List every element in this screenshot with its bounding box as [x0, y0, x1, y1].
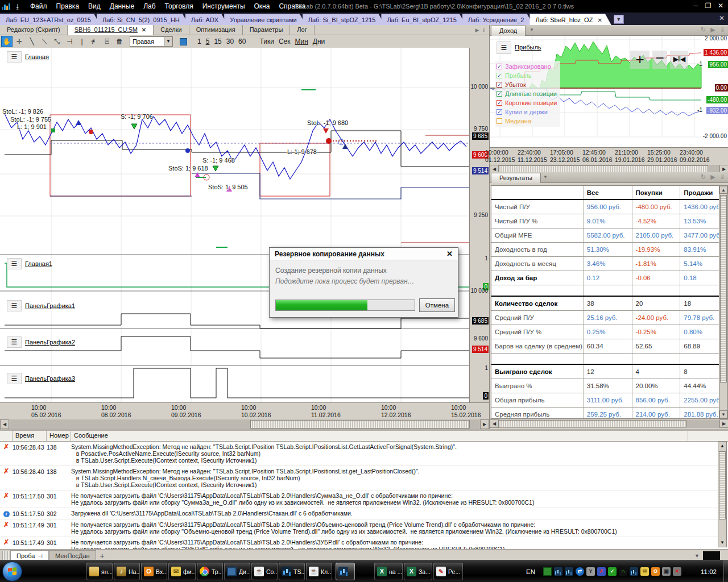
- dock-icon[interactable]: ⇓: [720, 173, 725, 181]
- taskbar-app-Со...[interactable]: ☕Со...: [251, 563, 278, 580]
- taskbar-app-За...[interactable]: XЗа...: [404, 563, 432, 580]
- scroll-thumb[interactable]: [499, 420, 686, 427]
- dialog-close-icon[interactable]: ✕: [446, 250, 458, 258]
- legend-checkbox[interactable]: ✓: [497, 73, 502, 78]
- legend-menu-icon[interactable]: ☰: [497, 41, 511, 54]
- levels-tool-icon[interactable]: ≢: [89, 36, 100, 47]
- cylinder-tool-icon[interactable]: ⌹: [101, 36, 113, 47]
- tab-results[interactable]: Результаты: [491, 173, 541, 183]
- taskbar-app-на ...[interactable]: Xна ...: [374, 563, 403, 580]
- log-col-Время[interactable]: Время: [13, 431, 47, 441]
- scroll-thumb[interactable]: [250, 420, 470, 429]
- legend-item[interactable]: ✓Короткие позиции: [497, 98, 557, 107]
- scroll-down-icon[interactable]: ▼: [719, 410, 727, 418]
- time-axis[interactable]: 10:0005.02.201610:0008.02.201610:0009.02…: [0, 402, 489, 419]
- chart-h-scrollbar[interactable]: ◀ ▶: [0, 419, 489, 429]
- doc-tab[interactable]: Оптимизация: [189, 25, 243, 35]
- timeframe-1[interactable]: 1: [195, 38, 204, 45]
- menu-item-Окна[interactable]: Окна: [250, 0, 275, 13]
- refresh-icon[interactable]: ↻: [701, 173, 706, 181]
- lab-tab[interactable]: Лаб: Eu_BI_stpOZ_1215: [381, 14, 465, 25]
- scroll-down-icon[interactable]: ▼: [718, 539, 726, 547]
- taskbar-app-Ди...[interactable]: Ди...: [224, 563, 250, 580]
- vline-tool-icon[interactable]: |: [76, 36, 88, 47]
- mail-tray-icon[interactable]: ✉: [640, 567, 649, 576]
- taskbar-app-Кл...[interactable]: ☕Кл...: [306, 563, 332, 580]
- candles-view-icon[interactable]: ▶‖◀: [670, 51, 688, 69]
- legend-checkbox[interactable]: [497, 118, 502, 124]
- log-row[interactable]: ✗10:51:17.50301Не получается загрузить ф…: [0, 490, 718, 508]
- mute-tray-icon[interactable]: ✕: [673, 567, 681, 576]
- menu-item-Торговля[interactable]: Торговля: [160, 0, 198, 13]
- legend-item[interactable]: ✓Длинные позиции: [497, 89, 557, 98]
- scroll-thumb[interactable]: [720, 195, 727, 383]
- results-h-scrollbar[interactable]: ◀ ▶: [490, 419, 728, 428]
- taskbar-app-Тр...[interactable]: Тр...: [197, 563, 223, 580]
- menu-item-Инструменты[interactable]: Инструменты: [198, 0, 250, 13]
- log-row[interactable]: ✗10:51:17.49301Не получается загрузить ф…: [0, 537, 718, 549]
- price-axis[interactable]: 10 0009 7509 6859 6009 5149 2501010 0009…: [469, 48, 489, 402]
- doc-tab[interactable]: SBH6_011215_CU:5M✕: [68, 25, 154, 35]
- tab-income[interactable]: Доход: [491, 26, 526, 36]
- taskbar-clock[interactable]: 11:02: [701, 568, 717, 575]
- lab-tab[interactable]: Лаб: Si_BI_stpOZ_1215: [303, 14, 385, 25]
- zoom-in-icon[interactable]: +: [630, 51, 650, 69]
- scroll-right-icon[interactable]: ▶: [719, 419, 728, 428]
- doc-tab[interactable]: Лог: [290, 25, 314, 35]
- log-row[interactable]: ✗10:51:17.49301Не получается загрузить ф…: [0, 519, 718, 537]
- play-icon[interactable]: ▶: [710, 26, 715, 34]
- taskbar-app-ян...[interactable]: ян...: [86, 563, 113, 580]
- headset-tray-icon[interactable]: ∩: [619, 567, 627, 576]
- log-col-Номер[interactable]: Номер: [47, 431, 71, 441]
- scroll-up-icon[interactable]: ▲: [718, 442, 726, 450]
- income-chart[interactable]: ☰ Прибыль ✓Зафиксировано✓Прибыль✓Убыток✓…: [490, 36, 728, 147]
- column-header[interactable]: Покупки: [632, 186, 680, 199]
- restore-button[interactable]: ❐: [702, 0, 714, 11]
- dock-icon[interactable]: ⇓: [720, 26, 725, 34]
- panel-menu-icon[interactable]: ☰: [7, 300, 22, 311]
- log-row[interactable]: ✗10:56:28.43138System.MissingMethodExcep…: [0, 442, 718, 466]
- taskbar-app-chart[interactable]: [336, 563, 355, 580]
- pan-hand-tool-icon[interactable]: ✋: [1, 36, 13, 47]
- menu-item-Файл[interactable]: Файл: [26, 0, 52, 13]
- show-desktop-button[interactable]: [723, 560, 728, 582]
- legend-checkbox[interactable]: ✓: [497, 82, 502, 88]
- panel-title-label[interactable]: Главная1: [25, 260, 52, 267]
- menu-item-Лаб[interactable]: Лаб: [139, 0, 160, 13]
- taskbar-app-Вх...[interactable]: OВх...: [141, 563, 167, 580]
- legend-checkbox[interactable]: ✓: [497, 109, 502, 115]
- income-tab-dropdown-icon[interactable]: ▼: [526, 27, 537, 35]
- tab-close-icon[interactable]: ✕: [142, 27, 146, 33]
- taskbar-app-На...[interactable]: ♪На...: [114, 563, 140, 580]
- cancel-button[interactable]: Отмена: [419, 298, 455, 312]
- menu-item-Данные[interactable]: Данные: [105, 0, 139, 13]
- doc-tab[interactable]: Редактор (Скрипт): [0, 25, 68, 35]
- lab-tab[interactable]: Лаб: ADX: [185, 14, 228, 25]
- language-indicator[interactable]: EN: [526, 568, 535, 575]
- scroll-left-icon[interactable]: ◀: [490, 419, 499, 428]
- scroll-thumb[interactable]: [719, 451, 726, 519]
- price-chart-area[interactable]: ☰Главная☰Главная1☰ПанельГрафика1☰ПанельГ…: [0, 48, 489, 429]
- results-tab-dropdown-icon[interactable]: ▼: [540, 174, 551, 182]
- add-tab-button[interactable]: +: [96, 551, 109, 560]
- delete-drawings-icon[interactable]: 🗑: [114, 36, 125, 47]
- zoom-out-icon[interactable]: −: [652, 51, 667, 69]
- legend-checkbox[interactable]: ✓: [497, 100, 502, 106]
- taskbar-app-фи...[interactable]: ✉фи...: [168, 563, 196, 580]
- bars-tray-icon[interactable]: [630, 567, 638, 576]
- legend-checkbox[interactable]: ✓: [497, 64, 502, 69]
- scroll-right-icon[interactable]: ▶: [480, 419, 489, 429]
- timeframe-5[interactable]: 5: [204, 38, 212, 45]
- panel-title-label[interactable]: ПанельГрафика3: [25, 375, 75, 382]
- network-tray-icon[interactable]: ▣: [662, 567, 671, 576]
- drag-grip[interactable]: [2, 551, 9, 560]
- trendline-tool-icon[interactable]: ╲: [26, 36, 38, 47]
- panel-title-label[interactable]: ПанельГрафика2: [25, 339, 75, 346]
- unit-Тики[interactable]: Тики: [257, 38, 276, 45]
- log-row[interactable]: i10:51:17.50302Загружена dll 'C:\Users\3…: [0, 508, 718, 519]
- teamviewer-tray-icon[interactable]: ⇄: [576, 567, 584, 576]
- hline-tool-icon[interactable]: ⊣: [64, 36, 75, 47]
- axis-side-select[interactable]: Правая ▼: [130, 36, 173, 47]
- minimize-button[interactable]: ─: [689, 0, 702, 11]
- lab-tab[interactable]: Лаб: EU_123+ATRst_oz_0915: [0, 14, 100, 25]
